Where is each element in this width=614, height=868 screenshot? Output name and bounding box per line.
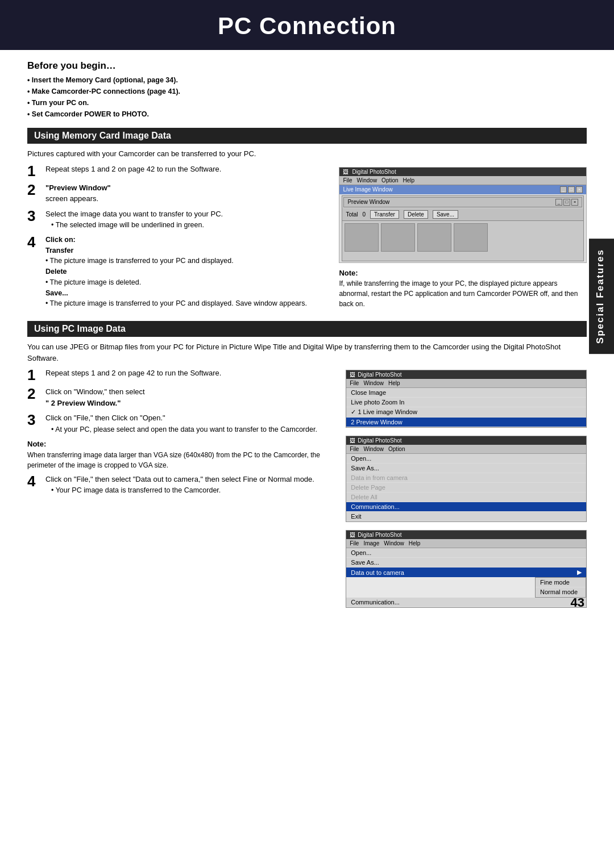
list-item: Turn your PC on. xyxy=(27,97,587,108)
page-number: 43 xyxy=(571,595,584,610)
ss-dataout-submenu-popup: Fine mode Normal mode xyxy=(346,577,586,598)
list-item: Insert the Memory Card (optional, page 3… xyxy=(27,74,587,86)
s2-step2-num: 2 xyxy=(27,386,43,401)
section2-heading: Using PC Image Data xyxy=(27,321,587,337)
ss-fine-mode: Fine mode xyxy=(536,578,586,587)
section1-note: Note: If, while transferring the image t… xyxy=(339,268,587,310)
list-item: Make Camcorder-PC connections (page 41). xyxy=(27,86,587,97)
step3-number: 3 xyxy=(27,208,43,223)
step4-clickon: Click on: xyxy=(45,235,330,245)
step1-content: Repeat steps 1 and 2 on page 42 to run t… xyxy=(45,164,330,175)
s2-step3-num: 3 xyxy=(27,412,43,427)
ss-window-item0: Close Image xyxy=(346,388,586,398)
ss-file-menu: File Window Option xyxy=(346,445,586,454)
ss-window-menu: File Window Help xyxy=(346,379,586,388)
screenshot-window: 🖼 Digital PhotoShot File Window Help Clo… xyxy=(346,370,587,428)
delete-item: Delete • The picture image is deleted. xyxy=(45,266,330,288)
ss-window-item3: 2 Preview Window xyxy=(346,418,586,427)
section2-note: Note: When transferring image data large… xyxy=(27,439,339,470)
ss1-preview-controls: _ □ × xyxy=(555,199,578,206)
ss-file-item6: Exit xyxy=(346,512,586,521)
ss1-preview-window: Preview Window _ □ × Total 0 Transfer De xyxy=(342,195,584,261)
before-begin-list: Insert the Memory Card (optional, page 3… xyxy=(27,74,587,120)
step4-content: Click on: Transfer • The picture image i… xyxy=(45,235,330,309)
ss1-live-bar: Live Image Window _ □ × xyxy=(339,185,586,194)
ss1-live-controls: _ □ × xyxy=(560,186,583,193)
step2-number: 2 xyxy=(27,182,43,197)
step3: 3 Select the image data you want to tran… xyxy=(27,208,330,231)
ss-window-title: 🖼 Digital PhotoShot xyxy=(346,370,586,379)
section1-left-col: 1 Repeat steps 1 and 2 on page 42 to run… xyxy=(27,164,330,314)
save-btn[interactable]: Save... xyxy=(433,210,458,219)
s2-step3-content: Click on "File," then Click on "Open." A… xyxy=(45,412,339,435)
maximize-icon: □ xyxy=(563,199,570,206)
step1-number: 1 xyxy=(27,164,43,178)
before-begin-heading: Before you begin… xyxy=(27,60,587,72)
screenshot-dataout: 🖼 Digital PhotoShot File Image Window He… xyxy=(346,530,587,608)
s2-step1-content: Repeat steps 1 and 2 on page 42 to run t… xyxy=(45,368,339,379)
ss-file-item4: Delete All xyxy=(346,493,586,502)
ss-dataout-popup-items: Fine mode Normal mode xyxy=(535,577,586,598)
step4-number: 4 xyxy=(27,235,43,249)
section2-right: 🖼 Digital PhotoShot File Window Help Clo… xyxy=(346,368,587,610)
side-tab: Special Features xyxy=(589,239,614,354)
section1-right-col: 🖼 Digital PhotoShot File Window Option H… xyxy=(339,164,587,314)
section1: Using Memory Card Image Data Pictures ca… xyxy=(27,128,587,313)
ss-window-item1: Live photo Zoom In xyxy=(346,398,586,407)
section1-heading: Using Memory Card Image Data xyxy=(27,128,587,144)
before-begin-section: Before you begin… Insert the Memory Card… xyxy=(27,60,587,120)
ss-file-item2: Data in from camera xyxy=(346,473,586,483)
section2-intro: You can use JPEG or Bitmap files from yo… xyxy=(27,341,587,364)
s2-step2-content: Click on "Window," then select " 2 Previ… xyxy=(45,386,339,408)
thumb4 xyxy=(454,223,488,252)
ss-dataout-icon: 🖼 xyxy=(350,532,355,538)
s2-step3: 3 Click on "File," then Click on "Open."… xyxy=(27,412,339,435)
s2-step2: 2 Click on "Window," then select " 2 Pre… xyxy=(27,386,339,408)
ss1-title-icon: 🖼 xyxy=(343,169,349,175)
arrow-right-icon: ▶ xyxy=(577,569,582,576)
step3-content: Select the image data you want to transf… xyxy=(45,208,330,231)
close-icon: × xyxy=(576,186,583,193)
thumb1 xyxy=(345,223,379,252)
ss1-titlebar: 🖼 Digital PhotoShot xyxy=(339,168,586,176)
ss-file-item0: Open... xyxy=(346,454,586,464)
transfer-item: Transfer • The picture image is transfer… xyxy=(45,245,330,267)
ss-dataout-communication: Communication... xyxy=(346,598,586,607)
screenshot-file: 🖼 Digital PhotoShot File Window Option O… xyxy=(346,436,587,522)
ss-dataout-item0: Open... xyxy=(346,548,586,558)
ss-dataout-item1: Save As... xyxy=(346,558,586,567)
ss1-preview-bar: Preview Window _ □ × xyxy=(343,197,582,207)
ss-file-item3: Delete Page xyxy=(346,483,586,493)
s2-step4: 4 Click on "File," then select "Data out… xyxy=(27,474,339,496)
minimize-icon: _ xyxy=(555,199,562,206)
step1: 1 Repeat steps 1 and 2 on page 42 to run… xyxy=(27,164,330,178)
ss1-menubar: File Window Option Help xyxy=(339,176,586,185)
section2: Using PC Image Data You can use JPEG or … xyxy=(27,321,587,610)
transfer-btn[interactable]: Transfer xyxy=(370,210,399,219)
s2-step4-num: 4 xyxy=(27,474,43,489)
step2-content: "Preview Window" screen appears. xyxy=(45,182,330,205)
ss-window-item2: 1 Live image Window xyxy=(346,407,586,418)
step4: 4 Click on: Transfer • The picture image… xyxy=(27,235,330,309)
page-title: PC Connection xyxy=(0,12,614,40)
section1-intro: Pictures captured with your Camcorder ca… xyxy=(27,148,587,160)
maximize-icon: □ xyxy=(568,186,575,193)
ss-dataout-submenu: Data out to camera ▶ xyxy=(346,567,586,577)
minimize-icon: _ xyxy=(560,186,567,193)
ss1-thumbnails xyxy=(342,221,583,261)
save-item: Save... • The picture image is transferr… xyxy=(45,288,330,310)
step2: 2 "Preview Window" screen appears. xyxy=(27,182,330,205)
list-item: Set Camcorder POWER to PHOTO. xyxy=(27,108,587,120)
delete-btn[interactable]: Delete xyxy=(404,210,428,219)
page-header: PC Connection xyxy=(0,0,614,50)
ss-file-item5: Communication... xyxy=(346,502,586,512)
s2-step1-num: 1 xyxy=(27,368,43,382)
ss-file-title: 🖼 Digital PhotoShot xyxy=(346,436,586,445)
ss-dataout-title: 🖼 Digital PhotoShot xyxy=(346,531,586,539)
thumb2 xyxy=(381,223,415,252)
section2-left: 1 Repeat steps 1 and 2 on page 42 to run… xyxy=(27,368,339,610)
s2-step4-content: Click on "File," then select "Data out t… xyxy=(45,474,339,496)
s2-step1: 1 Repeat steps 1 and 2 on page 42 to run… xyxy=(27,368,339,382)
close-icon: × xyxy=(571,199,578,206)
ss-file-item1: Save As... xyxy=(346,464,586,473)
